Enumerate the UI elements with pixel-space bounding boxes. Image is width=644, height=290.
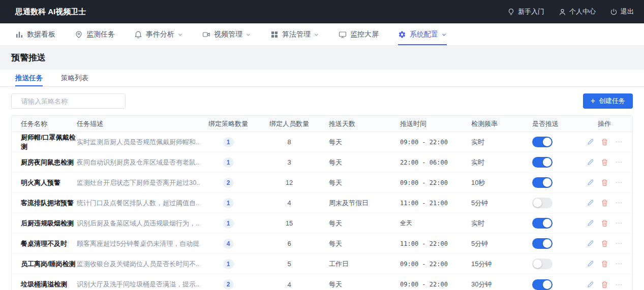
main-nav: 数据看板监测任务事件分析视频管理算法管理监控大屏系统配置: [0, 23, 644, 46]
nav-item-monitor-screen[interactable]: 监控大屏: [339, 23, 379, 45]
row-actions: [576, 219, 632, 227]
topbar-action-label: 个人中心: [569, 7, 596, 16]
policy-count-badge: 1: [223, 198, 234, 208]
policy-count-badge: 1: [223, 157, 234, 168]
push-toggle[interactable]: [532, 177, 553, 188]
push-cell: [526, 238, 576, 249]
more-button[interactable]: [615, 199, 623, 207]
column-header: 推送天数: [322, 119, 393, 128]
nav-item-label: 系统配置: [410, 30, 438, 39]
tab-push-tasks[interactable]: 推送任务: [15, 70, 43, 86]
more-button[interactable]: [615, 240, 623, 247]
policy-count-badge: 1: [223, 218, 234, 229]
detect-frequency: 5分钟: [465, 199, 526, 208]
nav-item-label: 数据看板: [27, 30, 55, 39]
push-time: 09:00 - 22:00: [393, 139, 465, 146]
more-button[interactable]: [615, 219, 623, 227]
task-description: 识别后厨及备菜区域人员违规吸烟行为，...: [77, 219, 200, 228]
delete-button[interactable]: [601, 260, 608, 268]
policy-count-badge: 4: [223, 239, 234, 249]
toggle-knob: [543, 280, 551, 289]
push-days: 每天: [322, 178, 393, 187]
delete-button[interactable]: [601, 199, 608, 207]
people-count: 8: [256, 138, 322, 146]
push-toggle[interactable]: [532, 259, 553, 269]
page-title: 预警推送: [11, 52, 633, 63]
nav-item-label: 监测任务: [86, 30, 115, 39]
policy-count-badge: 2: [223, 279, 234, 289]
push-toggle[interactable]: [532, 279, 553, 290]
detect-frequency: 实时: [465, 138, 526, 147]
toggle-knob: [543, 239, 551, 248]
task-name: 后厨违规吸烟检测: [12, 219, 77, 228]
delete-button[interactable]: [601, 158, 608, 166]
column-header: 检测频率: [465, 119, 526, 128]
power-icon: [610, 8, 618, 16]
edit-button[interactable]: [587, 138, 594, 146]
table-row: 厨房夜间鼠患检测夜间自动识别厨房及仓库区域是否有老鼠...13每天22:00 -…: [12, 152, 632, 173]
table-row: 客流排队拥堵预警统计门口及点餐区排队人数，超过阈值自...14周末及节假日11:…: [12, 193, 632, 213]
edit-button[interactable]: [587, 240, 594, 247]
edit-button[interactable]: [587, 260, 594, 268]
delete-button[interactable]: [601, 219, 608, 227]
push-toggle[interactable]: [532, 137, 553, 147]
detect-frequency: 实时: [465, 158, 526, 167]
push-toggle[interactable]: [532, 238, 553, 249]
detect-frequency: 实时: [465, 219, 526, 228]
bar-chart-icon: [15, 30, 23, 39]
more-button[interactable]: [615, 260, 623, 268]
delete-button[interactable]: [601, 240, 608, 247]
more-button[interactable]: [615, 281, 623, 288]
more-button[interactable]: [615, 179, 623, 186]
edit-button[interactable]: [587, 199, 594, 207]
policy-count-cell: 2: [200, 279, 256, 289]
push-time: 22:00 - 06:00: [393, 159, 465, 166]
row-actions: [576, 158, 632, 166]
push-time: 09:00 - 22:00: [393, 179, 465, 186]
task-name: 员工离岗/睡岗检测: [12, 260, 77, 269]
topbar-action-guide[interactable]: 新手入门: [507, 7, 544, 16]
nav-item-video-management[interactable]: 视频管理: [202, 23, 251, 45]
search-input[interactable]: [20, 97, 120, 106]
topbar-action-label: 新手入门: [518, 7, 544, 16]
people-count: 4: [256, 281, 322, 288]
delete-button[interactable]: [601, 281, 608, 288]
edit-button[interactable]: [587, 281, 594, 288]
push-toggle[interactable]: [532, 157, 553, 168]
edit-button[interactable]: [587, 219, 594, 227]
nav-item-system-config[interactable]: 系统配置: [398, 23, 447, 45]
column-header: 任务描述: [77, 119, 200, 128]
search-box[interactable]: [11, 93, 126, 109]
tab-policy-list[interactable]: 策略列表: [61, 70, 88, 86]
monitor-icon: [339, 30, 347, 39]
create-task-button[interactable]: + 创建任务: [583, 93, 633, 109]
delete-button[interactable]: [601, 179, 608, 186]
nav-item-label: 监控大屏: [350, 30, 379, 39]
edit-button[interactable]: [587, 179, 594, 186]
push-cell: [526, 279, 576, 290]
more-button[interactable]: [615, 158, 623, 166]
nav-item-dashboard[interactable]: 数据看板: [15, 23, 55, 45]
task-description: 识别大厅及洗手间垃圾桶是否满溢，提示...: [77, 280, 200, 289]
push-cell: [526, 137, 576, 147]
toggle-knob: [533, 199, 542, 207]
more-button[interactable]: [615, 138, 623, 146]
push-toggle[interactable]: [532, 218, 553, 229]
nav-item-monitor-tasks[interactable]: 监测任务: [75, 23, 115, 45]
nav-item-event-analysis[interactable]: 事件分析: [134, 23, 183, 45]
people-count: 15: [256, 219, 322, 227]
people-count: 3: [256, 158, 322, 166]
brand[interactable]: 思通数科 AI视频卫士: [10, 7, 86, 17]
edit-button[interactable]: [587, 158, 594, 166]
table-row: 餐桌清理不及时顾客离座超过5分钟餐桌仍未清理，自动提...46每天11:00 -…: [12, 234, 632, 254]
row-actions: [576, 199, 632, 207]
nav-item-algorithm-management[interactable]: 算法管理: [270, 23, 319, 45]
push-toggle[interactable]: [532, 198, 553, 208]
task-description: 统计门口及点餐区排队人数，超过阈值自...: [77, 199, 200, 208]
push-days: 周末及节假日: [322, 199, 393, 208]
topbar-actions: 新手入门个人中心退出: [507, 7, 634, 16]
topbar-action-logout[interactable]: 退出: [610, 7, 634, 16]
topbar-action-profile[interactable]: 个人中心: [559, 7, 596, 16]
delete-button[interactable]: [601, 138, 608, 146]
chevron-down-icon: [441, 31, 447, 38]
